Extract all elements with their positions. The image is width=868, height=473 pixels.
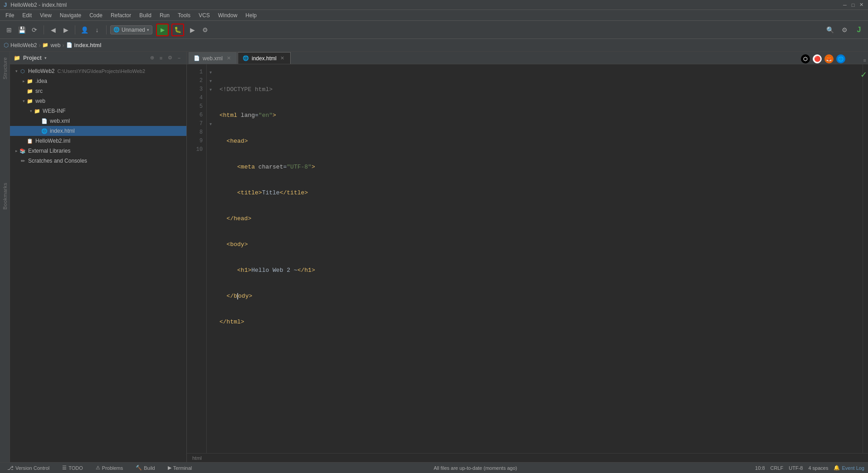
menu-help[interactable]: Help: [242, 11, 260, 19]
file-icon-iml: 📋: [26, 137, 34, 145]
editor-area: ⬡ 🔴 🦊 🌐 ✓ 📄 web.xml ✕ 🌐 index.html ✕ ≡: [187, 52, 868, 462]
vcs-btn[interactable]: 👤: [79, 24, 90, 35]
search-everywhere-btn[interactable]: 🔍: [824, 24, 835, 35]
vcs-label: Version Control: [15, 465, 49, 471]
code-line-3: <head>: [219, 137, 857, 145]
line-numbers: 1 2 3 4 5 6 7 8 9 10: [187, 64, 207, 453]
run-config-selector[interactable]: 🌐 Unnamed ▾: [110, 25, 152, 34]
menu-navigate[interactable]: Navigate: [56, 11, 85, 19]
menu-refactor[interactable]: Refactor: [107, 11, 135, 19]
status-message-area: All files are up-to-date (moments ago): [201, 465, 750, 471]
sync-btn[interactable]: ⟳: [29, 24, 40, 35]
menu-code[interactable]: Code: [86, 11, 106, 19]
tree-item-web[interactable]: ▾ 📁 web: [10, 96, 186, 106]
open-in-firefox-btn[interactable]: 🦊: [824, 54, 834, 63]
project-title: Project: [23, 55, 42, 61]
vcs-tab[interactable]: ⎇ Version Control: [4, 464, 53, 472]
code-content[interactable]: <!DOCTYPE html> <html lang="en"> <head> …: [214, 64, 863, 453]
tree-item-webinf[interactable]: ▾ 📁 WEB-INF: [10, 106, 186, 116]
open-in-idea-btn[interactable]: ⬡: [801, 54, 810, 63]
menu-vcs[interactable]: VCS: [195, 11, 214, 19]
menu-run[interactable]: Run: [156, 11, 173, 19]
coverage-btn[interactable]: ▶: [187, 24, 198, 35]
settings-btn[interactable]: ⚙: [839, 24, 850, 35]
open-in-edge-btn[interactable]: 🌐: [836, 54, 845, 63]
open-in-chrome-btn[interactable]: 🔴: [813, 54, 822, 63]
tabs-more-btn[interactable]: ≡: [863, 58, 866, 63]
event-log-btn[interactable]: 🔔 Event Log: [834, 465, 864, 471]
run-config-name: Unnamed: [122, 27, 145, 33]
fold-btn-3[interactable]: ▾: [207, 85, 214, 94]
forward-btn[interactable]: ▶: [60, 24, 71, 35]
menu-file[interactable]: File: [2, 11, 18, 19]
tab-indexhtml[interactable]: 🌐 index.html ✕: [238, 52, 291, 64]
help-btn[interactable]: J: [853, 24, 864, 35]
code-editor[interactable]: 1 2 3 4 5 6 7 8 9 10 ▾ ▾ ▾ ▾: [187, 64, 868, 453]
code-line-7: <body>: [219, 240, 857, 249]
title-bar: J HelloWeb2 - index.html ─ □ ✕: [0, 0, 868, 10]
breadcrumb-file[interactable]: index.html: [74, 42, 102, 48]
indent-indicator[interactable]: 4 spaces: [808, 465, 828, 471]
menu-window[interactable]: Window: [215, 11, 241, 19]
editor-tabs: 📄 web.xml ✕ 🌐 index.html ✕ ≡: [187, 52, 868, 64]
line-ending-label: CRLF: [770, 465, 784, 471]
side-panel-left: Structure Bookmarks: [0, 52, 10, 462]
tree-item-iml[interactable]: 📋 HelloWeb2.iml: [10, 136, 186, 146]
code-line-4: <meta charset="UTF-8">: [219, 163, 857, 171]
encoding-indicator[interactable]: UTF-8: [789, 465, 803, 471]
app-icon: J: [4, 1, 7, 8]
menu-tools[interactable]: Tools: [174, 11, 194, 19]
menu-edit[interactable]: Edit: [19, 11, 35, 19]
fold-btn-7[interactable]: ▾: [207, 120, 214, 128]
problems-tab[interactable]: ⚠ Problems: [92, 464, 127, 472]
tree-item-webxml[interactable]: 📄 web.xml: [10, 116, 186, 126]
debug-button[interactable]: 🐛: [171, 24, 184, 36]
browser-icons-area: ⬡ 🔴 🦊 🌐: [801, 54, 845, 63]
tree-label-scratches: Scratches and Consoles: [28, 158, 87, 164]
build-tab[interactable]: 🔨 Build: [132, 464, 158, 472]
tab-webxml-close[interactable]: ✕: [225, 55, 232, 62]
back-btn[interactable]: ◀: [48, 24, 59, 35]
maximize-button[interactable]: □: [850, 2, 856, 8]
tab-indexhtml-close[interactable]: ✕: [279, 55, 286, 62]
line-ending-indicator[interactable]: CRLF: [770, 465, 784, 471]
folder-icon-web: 📁: [26, 97, 34, 105]
breadcrumb-web[interactable]: web: [50, 42, 60, 48]
collapse-all-btn[interactable]: ≡: [157, 54, 165, 62]
menu-view[interactable]: View: [36, 11, 55, 19]
settings-gear-icon[interactable]: ⚙: [166, 54, 174, 62]
fold-btn-2[interactable]: ▾: [207, 77, 214, 85]
tree-item-idea[interactable]: ▸ 📁 .idea: [10, 76, 186, 86]
locate-file-btn[interactable]: ⊕: [148, 54, 156, 62]
folder-icon-src: 📁: [26, 87, 34, 95]
minimize-button[interactable]: ─: [842, 2, 848, 8]
vcs-update-btn[interactable]: ↓: [92, 24, 102, 35]
structure-panel-label[interactable]: Structure: [1, 55, 9, 81]
run-button[interactable]: ▶: [156, 24, 169, 36]
cursor-pos-indicator[interactable]: 10:8: [755, 465, 765, 471]
tab-webxml[interactable]: 📄 web.xml ✕: [189, 52, 237, 64]
event-log-icon: 🔔: [834, 465, 840, 471]
debug-icon: 🐛: [174, 26, 181, 33]
tree-item-scratches[interactable]: ✏ Scratches and Consoles: [10, 156, 186, 166]
project-arrow[interactable]: ▾: [44, 56, 47, 60]
tree-label-src: src: [35, 88, 43, 94]
menu-build[interactable]: Build: [136, 11, 155, 19]
hide-panel-btn[interactable]: −: [176, 54, 183, 62]
title-bar-controls: ─ □ ✕: [842, 2, 864, 8]
tree-item-src[interactable]: 📁 src: [10, 86, 186, 96]
save-btn[interactable]: 💾: [16, 24, 27, 35]
tree-item-extlibs[interactable]: ▸ 📚 External Libraries: [10, 146, 186, 156]
terminal-tab[interactable]: ▶ Terminal: [164, 464, 196, 472]
project-structure-btn[interactable]: ⊞: [4, 24, 15, 35]
profile-btn[interactable]: ⚙: [200, 24, 210, 35]
tree-item-indexhtml[interactable]: 🌐 index.html: [10, 126, 186, 136]
code-line-5: <title>Title</title>: [219, 188, 857, 197]
tree-label-web: web: [35, 98, 45, 104]
fold-btn-1[interactable]: ▾: [207, 68, 214, 77]
bookmarks-panel-label[interactable]: Bookmarks: [1, 181, 9, 212]
close-button[interactable]: ✕: [858, 2, 864, 8]
todo-tab[interactable]: ☰ TODO: [59, 464, 87, 472]
tree-item-helloweb2[interactable]: ▾ ⬡ HelloWeb2 C:\Users\YING\IdeaProjects…: [10, 66, 186, 76]
breadcrumb-root[interactable]: HelloWeb2: [10, 42, 37, 48]
